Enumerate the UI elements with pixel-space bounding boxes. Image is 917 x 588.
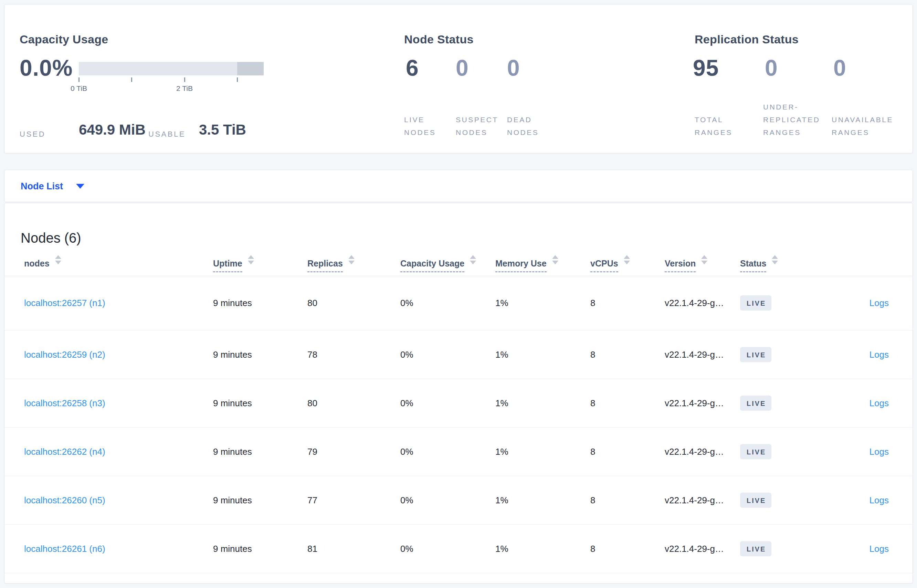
capacity-usage-cell: 0%	[400, 397, 413, 408]
status-badge: LIVE	[740, 541, 772, 556]
capacity-bar-dark-segment	[237, 62, 264, 75]
sort-arrows-icon[interactable]	[470, 255, 476, 264]
column-header-node[interactable]: nodes	[24, 255, 61, 272]
usable-value: 3.5 TiB	[199, 121, 246, 138]
under-replicated-ranges-count: 0	[765, 55, 778, 81]
used-value: 649.9 MiB	[79, 121, 145, 138]
uptime-cell: 9 minutes	[213, 397, 252, 408]
column-header-capacity[interactable]: Capacity Usage	[400, 255, 476, 272]
total-ranges-label: TOTAL RANGES	[695, 113, 733, 139]
sort-arrows-icon[interactable]	[348, 255, 355, 264]
suspect-nodes-label: SUSPECT NODES	[456, 113, 499, 139]
table-row: localhost:26260 (n5)9 minutes770%1%8v22.…	[5, 476, 912, 525]
table-row: localhost:26261 (n6)9 minutes810%1%8v22.…	[5, 524, 912, 573]
node-address-link[interactable]: localhost:26260 (n5)	[24, 495, 105, 506]
replicas-cell: 78	[307, 349, 317, 360]
usable-label: USABLE	[149, 130, 186, 139]
used-label: USED	[19, 130, 45, 139]
replicas-cell: 80	[307, 298, 317, 309]
capacity-axis-tick	[184, 78, 185, 82]
sort-arrows-icon[interactable]	[552, 255, 558, 264]
capacity-axis-tick	[237, 78, 238, 82]
status-cell: LIVE	[740, 347, 772, 362]
capacity-usage-cell: 0%	[400, 349, 413, 360]
node-address-link[interactable]: localhost:26262 (n4)	[24, 446, 105, 457]
sort-arrows-icon[interactable]	[701, 255, 707, 264]
version-cell: v22.1.4-29-g…	[665, 349, 724, 360]
sort-arrows-icon[interactable]	[624, 255, 630, 264]
capacity-usage-title: Capacity Usage	[19, 33, 108, 46]
caret-down-icon	[76, 184, 84, 189]
status-badge: LIVE	[740, 493, 772, 508]
uptime-cell: 9 minutes	[213, 495, 252, 506]
column-header-label: Memory Use	[495, 258, 547, 272]
dead-nodes-count: 0	[507, 55, 520, 81]
vcpus-cell: 8	[590, 349, 595, 360]
sort-arrows-icon[interactable]	[772, 255, 778, 264]
column-header-uptime[interactable]: Uptime	[213, 255, 254, 272]
sort-arrows-icon[interactable]	[55, 255, 61, 264]
vcpus-cell: 8	[590, 543, 595, 554]
view-selector-bar: Node List	[4, 170, 913, 202]
table-row: localhost:26262 (n4)9 minutes790%1%8v22.…	[5, 427, 912, 476]
under-replicated-ranges-label: UNDER- REPLICATED RANGES	[763, 100, 820, 139]
nodes-section-title: Nodes (6)	[21, 230, 81, 246]
capacity-usage-bar	[79, 62, 264, 75]
suspect-nodes-count: 0	[456, 55, 469, 81]
column-header-label: vCPUs	[590, 258, 618, 272]
memory-use-cell: 1%	[495, 543, 509, 554]
node-address-link[interactable]: localhost:26257 (n1)	[24, 298, 105, 309]
memory-use-cell: 1%	[495, 298, 509, 309]
vcpus-cell: 8	[590, 298, 595, 309]
node-list-dropdown[interactable]: Node List	[21, 170, 84, 202]
live-nodes-count: 6	[406, 55, 419, 81]
nodes-table-card: Nodes (6) nodesUptimeReplicasCapacity Us…	[4, 203, 913, 583]
capacity-tick-label-2: 2 TiB	[164, 84, 205, 93]
capacity-usage-cell: 0%	[400, 298, 413, 309]
column-header-label: Version	[665, 258, 696, 272]
logs-link[interactable]: Logs	[870, 446, 889, 457]
column-header-label: Replicas	[307, 258, 343, 272]
replicas-cell: 77	[307, 495, 317, 506]
replication-status-title: Replication Status	[695, 33, 799, 46]
column-header-status[interactable]: Status	[740, 255, 778, 272]
capacity-used-percent: 0.0%	[19, 55, 73, 81]
status-cell: LIVE	[740, 444, 772, 459]
column-header-version[interactable]: Version	[665, 255, 707, 272]
status-cell: LIVE	[740, 493, 772, 508]
version-cell: v22.1.4-29-g…	[665, 298, 724, 309]
vcpus-cell: 8	[590, 446, 595, 457]
logs-link[interactable]: Logs	[870, 495, 889, 506]
version-cell: v22.1.4-29-g…	[665, 495, 724, 506]
total-ranges-count: 95	[693, 55, 719, 81]
column-header-vcpus[interactable]: vCPUs	[590, 255, 630, 272]
status-badge: LIVE	[740, 396, 772, 411]
logs-link[interactable]: Logs	[870, 543, 889, 554]
status-badge: LIVE	[740, 296, 772, 310]
sort-arrows-icon[interactable]	[248, 255, 254, 264]
cluster-overview-page: Capacity Usage 0.0% 0 TiB 2 TiB USED 649…	[0, 0, 917, 588]
node-address-link[interactable]: localhost:26261 (n6)	[24, 543, 105, 554]
status-badge: LIVE	[740, 347, 772, 362]
logs-link[interactable]: Logs	[870, 349, 889, 360]
column-header-label: nodes	[24, 258, 50, 272]
column-header-memory[interactable]: Memory Use	[495, 255, 558, 272]
logs-link[interactable]: Logs	[870, 397, 889, 408]
node-address-link[interactable]: localhost:26258 (n3)	[24, 397, 105, 408]
table-row: localhost:26258 (n3)9 minutes800%1%8v22.…	[5, 379, 912, 428]
capacity-usage-cell: 0%	[400, 446, 413, 457]
table-row: localhost:26259 (n2)9 minutes780%1%8v22.…	[5, 330, 912, 379]
node-status-title: Node Status	[404, 33, 474, 46]
node-address-link[interactable]: localhost:26259 (n2)	[24, 349, 105, 360]
capacity-tick-label-0: 0 TiB	[58, 84, 100, 93]
capacity-usage-cell: 0%	[400, 495, 413, 506]
status-cell: LIVE	[740, 396, 772, 411]
unavailable-ranges-count: 0	[833, 55, 846, 81]
uptime-cell: 9 minutes	[213, 543, 252, 554]
column-header-replicas[interactable]: Replicas	[307, 255, 355, 272]
status-cell: LIVE	[740, 541, 772, 556]
dead-nodes-label: DEAD NODES	[507, 113, 539, 139]
vcpus-cell: 8	[590, 397, 595, 408]
logs-link[interactable]: Logs	[870, 298, 889, 309]
replicas-cell: 81	[307, 543, 317, 554]
